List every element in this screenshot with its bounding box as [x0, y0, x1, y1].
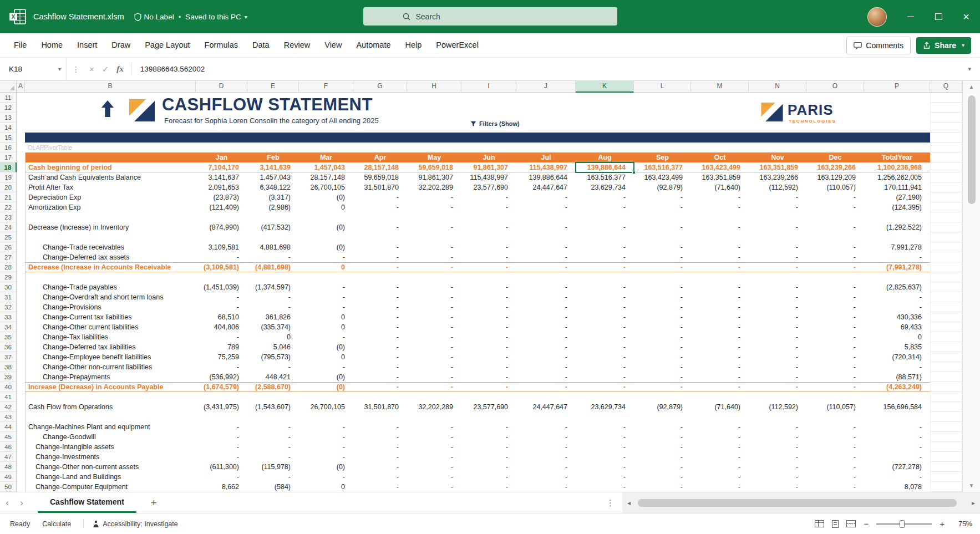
- cell-I38[interactable]: -: [461, 362, 516, 372]
- cell-K40[interactable]: -: [576, 382, 634, 392]
- cell-D49[interactable]: -: [196, 472, 247, 482]
- cell-B49[interactable]: Change-Land and Buildings: [25, 472, 196, 482]
- cell-F48[interactable]: (0): [299, 462, 353, 472]
- cell-N22[interactable]: -: [749, 202, 806, 212]
- cell-J46[interactable]: -: [516, 442, 576, 452]
- cell-K45[interactable]: -: [576, 432, 634, 442]
- column-header-J[interactable]: J: [516, 81, 576, 93]
- cell-D38[interactable]: -: [196, 362, 247, 372]
- cell-J50[interactable]: -: [516, 482, 576, 492]
- cell-I37[interactable]: -: [461, 352, 516, 362]
- cell-O31[interactable]: -: [806, 292, 864, 302]
- cell-J44[interactable]: -: [516, 422, 576, 432]
- ribbon-tab-page-layout[interactable]: Page Layout: [138, 33, 197, 57]
- save-status[interactable]: Saved to this PC: [185, 13, 241, 21]
- cell-P38[interactable]: -: [864, 362, 930, 372]
- cell-I31[interactable]: -: [461, 292, 516, 302]
- cell-F34[interactable]: 0: [299, 322, 353, 332]
- cell-D46[interactable]: -: [196, 442, 247, 452]
- cell-M31[interactable]: -: [691, 292, 749, 302]
- cell-G33[interactable]: -: [353, 312, 407, 322]
- cell-B19[interactable]: Cash and Cash Equivalents Balance: [25, 172, 196, 182]
- month-header-nov[interactable]: Nov: [749, 152, 806, 162]
- cell-G40[interactable]: -: [353, 382, 407, 392]
- row-header-28[interactable]: 28: [0, 262, 17, 272]
- month-header-jun[interactable]: Jun: [461, 152, 516, 162]
- cell-E35[interactable]: 0: [247, 332, 299, 342]
- column-header-O[interactable]: O: [806, 81, 864, 93]
- cell-D39[interactable]: (536,992): [196, 372, 247, 382]
- cell-O30[interactable]: -: [806, 282, 864, 292]
- cell-M38[interactable]: -: [691, 362, 749, 372]
- cell-P36[interactable]: 5,835: [864, 342, 930, 352]
- cell-O27[interactable]: -: [806, 252, 864, 262]
- cell-D47[interactable]: -: [196, 452, 247, 462]
- cell-O18[interactable]: 163,239,266: [806, 162, 864, 172]
- cell-N32[interactable]: -: [749, 302, 806, 312]
- cell-G20[interactable]: 31,501,870: [353, 182, 407, 192]
- row-header-12[interactable]: 12: [0, 103, 17, 113]
- cell-G36[interactable]: -: [353, 342, 407, 352]
- cell-P47[interactable]: -: [864, 452, 930, 462]
- cell-H42[interactable]: 32,202,289: [407, 402, 461, 412]
- cell-J20[interactable]: 24,447,647: [516, 182, 576, 192]
- cell-F35[interactable]: -: [299, 332, 353, 342]
- cell-N18[interactable]: 163,351,859: [749, 162, 806, 172]
- cell-O22[interactable]: -: [806, 202, 864, 212]
- cell-N45[interactable]: -: [749, 432, 806, 442]
- cell-L37[interactable]: -: [634, 352, 691, 362]
- month-header-may[interactable]: May: [407, 152, 461, 162]
- cell-K34[interactable]: -: [576, 322, 634, 332]
- cell-N24[interactable]: -: [749, 222, 806, 232]
- cell-K35[interactable]: -: [576, 332, 634, 342]
- cell-F32[interactable]: -: [299, 302, 353, 312]
- cell-J32[interactable]: -: [516, 302, 576, 312]
- cell-P19[interactable]: 1,256,262,005: [864, 172, 930, 182]
- ribbon-tab-review[interactable]: Review: [277, 33, 318, 57]
- cell-E39[interactable]: 448,421: [247, 372, 299, 382]
- cell-D21[interactable]: (23,873): [196, 192, 247, 202]
- cell-L47[interactable]: -: [634, 452, 691, 462]
- cell-M22[interactable]: -: [691, 202, 749, 212]
- cell-I34[interactable]: -: [461, 322, 516, 332]
- cell-I50[interactable]: -: [461, 482, 516, 492]
- minimize-button[interactable]: ─: [897, 0, 925, 33]
- cell-F22[interactable]: 0: [299, 202, 353, 212]
- cell-N31[interactable]: -: [749, 292, 806, 302]
- cell-H21[interactable]: -: [407, 192, 461, 202]
- cell-P42[interactable]: 156,696,584: [864, 402, 930, 412]
- cell-D30[interactable]: (1,451,039): [196, 282, 247, 292]
- column-header-D[interactable]: D: [196, 81, 247, 93]
- month-header-oct[interactable]: Oct: [691, 152, 749, 162]
- cell-I39[interactable]: -: [461, 372, 516, 382]
- cell-H19[interactable]: 91,861,307: [407, 172, 461, 182]
- cell-H30[interactable]: -: [407, 282, 461, 292]
- insert-function-icon[interactable]: fx: [113, 64, 128, 74]
- cell-D50[interactable]: 8,662: [196, 482, 247, 492]
- cell-E50[interactable]: (584): [247, 482, 299, 492]
- cell-B39[interactable]: Change-Prepayments: [25, 372, 196, 382]
- cell-O42[interactable]: (110,057): [806, 402, 864, 412]
- scroll-right-icon[interactable]: ▸: [969, 499, 978, 507]
- sensitivity-label[interactable]: No Label: [144, 13, 174, 21]
- cell-B45[interactable]: Change-Goodwill: [25, 432, 196, 442]
- cell-K39[interactable]: -: [576, 372, 634, 382]
- row-header-39[interactable]: 39: [0, 372, 17, 382]
- row-header-29[interactable]: 29: [0, 272, 17, 282]
- vertical-scrollbar[interactable]: ▲ ▼: [962, 81, 980, 492]
- cell-N37[interactable]: -: [749, 352, 806, 362]
- cell-G48[interactable]: -: [353, 462, 407, 472]
- view-page-break-icon[interactable]: [846, 520, 856, 527]
- ribbon-tab-powerexcel[interactable]: PowerExcel: [429, 33, 486, 57]
- cell-E27[interactable]: -: [247, 252, 299, 262]
- cell-D48[interactable]: (611,300): [196, 462, 247, 472]
- ribbon-tab-insert[interactable]: Insert: [70, 33, 104, 57]
- cell-I22[interactable]: -: [461, 202, 516, 212]
- cell-G34[interactable]: -: [353, 322, 407, 332]
- cell-O40[interactable]: -: [806, 382, 864, 392]
- horizontal-scrollbar-thumb[interactable]: [638, 499, 957, 507]
- row-header-21[interactable]: 21: [0, 192, 17, 202]
- cell-E22[interactable]: (2,986): [247, 202, 299, 212]
- cell-L44[interactable]: -: [634, 422, 691, 432]
- row-header-11[interactable]: 11: [0, 93, 17, 103]
